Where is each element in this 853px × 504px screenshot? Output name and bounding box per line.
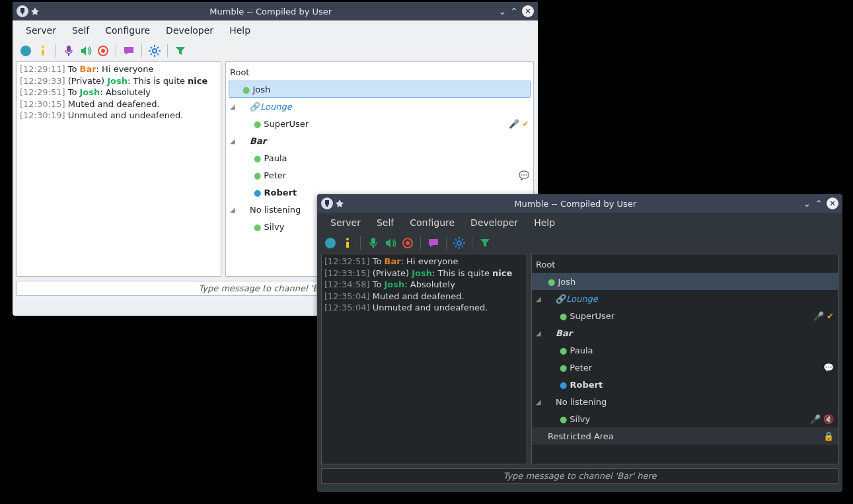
tree-user-peter[interactable]: ●Peter💬: [226, 166, 533, 184]
user-talking-icon: ●: [560, 380, 567, 390]
info-icon[interactable]: [35, 43, 51, 59]
svg-rect-0: [22, 12, 23, 15]
chat-icon[interactable]: [426, 235, 441, 251]
tree-channel-lounge[interactable]: ◢🔗Lounge: [226, 98, 533, 115]
globe-icon[interactable]: [18, 43, 34, 59]
filter-icon[interactable]: [477, 235, 493, 251]
tree-user-peter[interactable]: ●Peter💬: [532, 359, 838, 376]
menu-self[interactable]: Self: [64, 23, 97, 38]
app-icon: [17, 5, 28, 17]
record-icon[interactable]: [400, 235, 416, 251]
menubar: Server Self Configure Developer Help: [317, 213, 842, 233]
menu-developer[interactable]: Developer: [158, 23, 221, 38]
record-icon[interactable]: [95, 43, 111, 59]
menu-server[interactable]: Server: [18, 23, 64, 38]
close-button[interactable]: ✕: [522, 5, 534, 17]
mumble-window-dark: Mumble -- Compiled by User ⌄ ⌃ ✕ Server …: [317, 194, 842, 492]
tree-user-paula[interactable]: ● Paula: [226, 149, 533, 166]
muted-icon: 🎤: [810, 414, 821, 424]
tree-user-silvy[interactable]: ●Silvy🎤🔇: [532, 410, 838, 427]
chat-log[interactable]: [12:32:51] To Bar: Hi everyone [12:33:15…: [321, 254, 527, 464]
user-icon: ●: [548, 277, 555, 287]
svg-line-15: [151, 54, 152, 55]
pin-icon[interactable]: [31, 7, 39, 15]
svg-rect-21: [371, 238, 375, 244]
chat-icon[interactable]: [121, 43, 137, 59]
svg-point-7: [101, 49, 105, 53]
pin-icon[interactable]: [336, 199, 344, 207]
toolbar: [317, 233, 842, 254]
mic-icon[interactable]: [61, 43, 77, 59]
svg-line-32: [455, 246, 457, 247]
toolbar-separator: [141, 44, 142, 57]
tree-user-robert[interactable]: ● Robert: [532, 376, 838, 393]
tree-channel-bar[interactable]: ◢Bar: [226, 132, 533, 149]
tree-user-self[interactable]: ● Josh: [532, 273, 838, 290]
mic-muted-icon: 🎤: [813, 311, 824, 321]
menu-configure[interactable]: Configure: [97, 23, 158, 38]
svg-point-24: [406, 241, 410, 245]
comment-icon: 💬: [519, 170, 529, 180]
svg-line-31: [462, 246, 463, 247]
window-title: Mumble -- Compiled by User: [348, 199, 803, 209]
mic-icon[interactable]: [365, 235, 381, 251]
titlebar[interactable]: Mumble -- Compiled by User ⌄ ⌃ ✕: [317, 194, 842, 213]
tree-root[interactable]: Root: [226, 63, 533, 81]
tree-channel-lounge[interactable]: ◢🔗Lounge: [532, 290, 838, 307]
user-icon: ●: [560, 311, 567, 321]
titlebar[interactable]: Mumble -- Compiled by User ⌄ ⌃ ✕: [13, 2, 538, 20]
svg-rect-4: [67, 46, 71, 52]
auth-icon: ✔: [827, 311, 834, 321]
svg-rect-17: [326, 204, 328, 207]
user-icon: ●: [254, 170, 261, 180]
svg-rect-3: [42, 50, 44, 55]
svg-point-2: [42, 46, 44, 48]
tree-user-superuser[interactable]: ●SuperUser🎤✔: [532, 307, 838, 324]
menu-help[interactable]: Help: [221, 23, 258, 38]
filter-icon[interactable]: [172, 43, 188, 59]
minimize-button[interactable]: ⌄: [803, 198, 811, 209]
info-icon[interactable]: [340, 235, 355, 251]
menu-self[interactable]: Self: [369, 215, 402, 230]
chat-line: [12:29:51] To Josh: Absolutely: [20, 87, 218, 98]
menu-configure[interactable]: Configure: [402, 215, 463, 230]
tree-channel-nolistening[interactable]: ◢No listening: [532, 393, 838, 410]
tree-root[interactable]: Root: [532, 256, 838, 273]
message-input[interactable]: Type message to channel 'Bar' here: [321, 468, 838, 484]
svg-line-16: [157, 47, 159, 48]
chat-log[interactable]: [12:29:11] To Bar: Hi everyone [12:29:33…: [17, 61, 221, 277]
svg-rect-5: [68, 54, 69, 56]
maximize-button[interactable]: ⌃: [510, 6, 518, 17]
tree-user-superuser[interactable]: ●SuperUser🎤✔: [226, 115, 533, 132]
tree-channel-bar[interactable]: ◢Bar: [532, 324, 838, 342]
chat-line: [12:35:04] Unmuted and undeafened.: [324, 302, 524, 314]
globe-icon[interactable]: [322, 235, 338, 251]
user-icon: ●: [560, 345, 567, 355]
gear-icon[interactable]: [147, 43, 163, 59]
toolbar-separator: [56, 44, 56, 57]
svg-line-14: [157, 54, 159, 55]
tree-user-paula[interactable]: ● Paula: [532, 342, 838, 359]
maximize-button[interactable]: ⌃: [815, 198, 823, 209]
chat-line: [12:32:51] To Bar: Hi everyone: [324, 256, 524, 268]
svg-point-25: [457, 241, 461, 245]
minimize-button[interactable]: ⌄: [499, 6, 507, 17]
menu-developer[interactable]: Developer: [463, 215, 526, 230]
channel-tree[interactable]: Root ● Josh ◢🔗Lounge ●SuperUser🎤✔ ◢Bar ●…: [531, 254, 838, 464]
lock-icon: 🔒: [823, 431, 834, 441]
menu-server[interactable]: Server: [322, 215, 369, 230]
tree-channel-restricted[interactable]: Restricted Area🔒: [532, 427, 838, 445]
toolbar-separator: [472, 236, 472, 250]
app-icon: [321, 198, 333, 209]
close-button[interactable]: ✕: [827, 198, 838, 209]
svg-line-13: [151, 47, 152, 48]
menubar: Server Self Configure Developer Help: [13, 20, 538, 40]
tree-user-self[interactable]: ● Josh: [229, 81, 531, 98]
speaker-icon[interactable]: [383, 235, 398, 251]
gear-icon[interactable]: [451, 235, 467, 251]
menu-help[interactable]: Help: [526, 215, 563, 230]
chat-line: [12:33:15] (Private) Josh: This is quite…: [324, 268, 524, 279]
user-icon: ●: [254, 153, 261, 163]
auth-icon: ✔: [522, 119, 529, 129]
speaker-icon[interactable]: [78, 43, 94, 59]
